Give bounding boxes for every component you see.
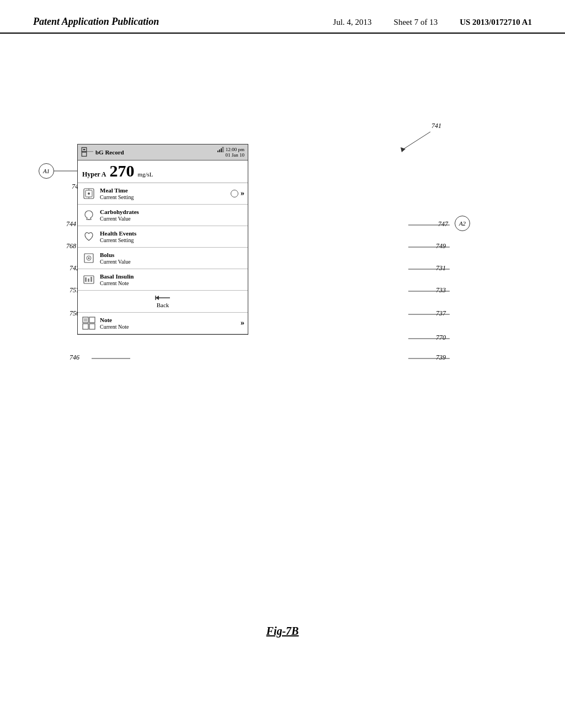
back-button[interactable]: Back — [154, 295, 171, 308]
basal-insulin-text: Basal Insulin Current Note — [100, 273, 244, 287]
patent-number: US 2013/0172710 A1 — [460, 18, 532, 27]
svg-rect-37 — [90, 277, 92, 282]
health-events-row[interactable]: Health Events Current Setting — [78, 226, 248, 248]
note-text: Note Current Note — [100, 317, 238, 330]
line-737-right — [408, 314, 452, 315]
carbohydrates-row[interactable]: Carbohydrates Current Value — [78, 205, 248, 226]
patent-sheet: Sheet 7 of 13 — [394, 18, 438, 27]
main-content: 741 743 A1 745 744 768 7 — [0, 34, 565, 723]
ref-744: 744 — [66, 220, 76, 228]
patent-date: Jul. 4, 2013 — [333, 18, 372, 27]
line-770-right — [408, 338, 452, 339]
svg-rect-45 — [89, 324, 95, 329]
line-739-right — [408, 358, 452, 359]
meal-time-row[interactable]: Meal Time Current Setting » — [78, 183, 248, 205]
basal-insulin-icon — [81, 272, 97, 287]
line-746 — [92, 358, 132, 359]
status-time: 12:00 pm — [226, 147, 244, 152]
status-bar: bG Record 12:00 pm 01 Jan 10 — [78, 144, 248, 160]
svg-rect-36 — [88, 279, 89, 282]
status-right: 12:00 pm 01 Jan 10 — [217, 147, 244, 159]
back-arrow-icon — [154, 295, 171, 301]
svg-rect-19 — [83, 149, 86, 150]
app-name: bG Record — [95, 149, 124, 156]
svg-rect-21 — [217, 151, 218, 152]
patent-header: Patent Application Publication Jul. 4, 2… — [0, 0, 565, 34]
line-731-right — [408, 269, 452, 270]
svg-point-27 — [88, 192, 90, 195]
back-row[interactable]: Back — [78, 291, 248, 313]
health-events-text: Health Events Current Setting — [100, 230, 244, 244]
svg-rect-22 — [219, 149, 220, 152]
svg-point-33 — [88, 258, 90, 259]
device-frame: bG Record 12:00 pm 01 Jan 10 Hyper A — [77, 144, 248, 335]
carbohydrates-icon — [81, 207, 97, 223]
figure-caption: Fig-7B — [266, 625, 299, 638]
svg-line-0 — [403, 132, 430, 149]
bg-reading-row: Hyper A 270 mg/sL — [78, 160, 248, 183]
connector-a2: A2 — [455, 216, 470, 231]
bolus-text: Bolus Current Value — [100, 251, 244, 265]
basal-insulin-row[interactable]: Basal Insulin Current Note — [78, 269, 248, 291]
line-749-right — [408, 247, 452, 248]
bolus-icon — [81, 250, 97, 266]
line-733-right — [408, 291, 452, 292]
svg-marker-41 — [156, 296, 159, 300]
patent-meta: Jul. 4, 2013 Sheet 7 of 13 US 2013/01727… — [333, 15, 532, 27]
note-icon — [81, 315, 97, 331]
status-date: 01 Jan 10 — [226, 152, 245, 158]
meal-time-right: » — [231, 189, 244, 198]
line-747-right — [408, 224, 452, 226]
health-events-icon — [81, 229, 97, 244]
svg-rect-35 — [85, 277, 87, 282]
double-chevron: » — [241, 189, 244, 198]
arrow-741 — [386, 127, 452, 155]
svg-rect-23 — [221, 148, 222, 152]
ref-746: 746 — [70, 354, 79, 362]
patent-title: Patent Application Publication — [33, 15, 159, 28]
status-left: bG Record — [81, 146, 124, 158]
carbohydrates-text: Carbohydrates Current Value — [100, 208, 244, 222]
svg-rect-18 — [82, 152, 87, 156]
bg-unit: mg/sL — [137, 171, 153, 178]
connector-a1: A1 — [39, 163, 54, 179]
note-double-chevron: » — [241, 319, 244, 328]
back-label: Back — [157, 302, 169, 308]
bolus-row[interactable]: Bolus Current Value — [78, 248, 248, 269]
ref-768: 768 — [66, 242, 76, 250]
meal-time-icon — [81, 186, 97, 201]
svg-rect-44 — [83, 324, 88, 329]
signal-icon — [217, 147, 224, 152]
svg-rect-43 — [89, 317, 95, 323]
bg-value: 270 — [109, 163, 134, 179]
note-right: » — [241, 319, 244, 328]
meal-time-text: Meal Time Current Setting — [100, 187, 228, 201]
svg-rect-24 — [222, 147, 223, 152]
bg-record-icon — [81, 146, 93, 158]
hyper-label: Hyper A — [82, 170, 106, 179]
circle-indicator — [231, 190, 238, 197]
note-row[interactable]: Note Current Note » — [78, 313, 248, 334]
diagram-area: 741 743 A1 745 744 768 7 — [33, 122, 508, 464]
